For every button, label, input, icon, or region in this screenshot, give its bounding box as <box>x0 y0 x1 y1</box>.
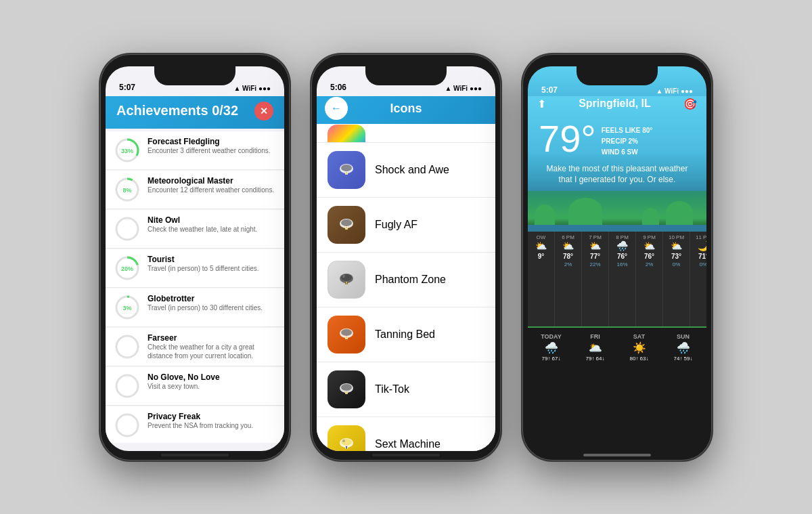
svg-point-40 <box>341 329 352 336</box>
icons-title: Icons <box>390 102 422 116</box>
icon-name: Tik-Tok <box>375 383 409 395</box>
phone-icons: 5:06 ▲ WiFi ●●● ← Icons Shock <box>311 54 501 461</box>
notch-2 <box>365 66 447 85</box>
status-time-2: 5:06 <box>330 83 346 92</box>
svg-text:20%: 20% <box>121 265 133 272</box>
hour-column: 10 PM ⛅ 73° 0% <box>663 232 690 326</box>
svg-point-25 <box>341 165 352 171</box>
svg-point-46 <box>342 385 345 387</box>
home-indicator-3 <box>583 454 651 456</box>
phone-achievements: 5:07 ▲ WiFi ●●● Achievements 0/32 ✕ 33% … <box>100 54 290 461</box>
notch <box>154 66 235 85</box>
svg-point-45 <box>341 384 352 391</box>
achievement-item: Nite Owl Check the weather late, late at… <box>106 210 284 249</box>
app-icon <box>328 370 365 408</box>
icon-list-item[interactable]: Shock and Awe <box>317 143 495 198</box>
app-icon <box>328 206 365 244</box>
achievement-item: 20% Tourist Travel (in person) to 5 diff… <box>106 249 284 288</box>
icon-list-item[interactable]: Sext Machine <box>317 417 495 451</box>
daily-strip: TODAY 🌧️ 79↑ 67↓ FRI 🌥️ 79↑ 64↓ SAT ☀️ 8… <box>528 326 706 367</box>
icon-list-item[interactable]: Tik-Tok <box>317 362 495 417</box>
day-column: TODAY 🌧️ 79↑ 67↓ <box>531 333 572 362</box>
icon-list-item[interactable]: Fugly AF <box>317 198 495 253</box>
svg-text:8%: 8% <box>122 187 131 194</box>
icon-name: Shock and Awe <box>375 164 449 176</box>
svg-text:3%: 3% <box>122 305 131 312</box>
achievements-header: Achievements 0/32 ✕ <box>106 96 284 129</box>
icon-name: Tanning Bed <box>375 328 435 341</box>
svg-point-30 <box>341 219 352 226</box>
icon-list[interactable]: Shock and Awe Fugly AF Phantom Zone <box>317 143 495 451</box>
hour-column: OW ⛅ 9° <box>528 232 555 326</box>
icons-header: ← Icons <box>317 96 495 124</box>
achievement-item: 3% Globetrotter Travel (in person) to 30… <box>106 288 284 327</box>
svg-point-51 <box>342 440 345 442</box>
status-time-3: 5:07 <box>541 85 558 95</box>
icon-name: Fugly AF <box>375 219 418 231</box>
svg-point-31 <box>342 220 345 223</box>
home-indicator-2 <box>372 454 440 456</box>
hour-column: 8 PM 🌧️ 76° 16% <box>609 232 636 326</box>
svg-point-26 <box>342 165 345 168</box>
achievement-item: Privacy Freak Prevent the NSA from track… <box>106 406 284 443</box>
achievement-item: 8% Meteorological Master Encounter 12 di… <box>106 171 284 209</box>
scene: 5:07 ▲ WiFi ●●● Achievements 0/32 ✕ 33% … <box>0 0 812 514</box>
hour-column: 9 PM ⛅ 76° 2% <box>636 232 663 326</box>
svg-point-36 <box>342 275 345 278</box>
weather-details: FEELS LIKE 80° PRECIP 2% WIND 6 SW <box>602 120 653 158</box>
phone-weather: 5:07 ▲ WiFi ●●● ⬆ Springfield, IL 🎯 79° … <box>522 54 712 461</box>
svg-point-50 <box>341 439 352 446</box>
svg-point-35 <box>341 274 352 281</box>
home-indicator-1 <box>161 454 229 456</box>
day-column: FRI 🌥️ 79↑ 64↓ <box>574 333 616 362</box>
weather-header: ⬆ Springfield, IL 🎯 <box>528 96 706 114</box>
svg-point-18 <box>116 414 138 436</box>
weather-message: Make the most of this pleasant weather t… <box>528 158 706 189</box>
day-column: SAT ☀️ 80↑ 63↓ <box>618 333 660 362</box>
app-icon <box>328 151 365 189</box>
target-icon[interactable]: 🎯 <box>683 98 697 110</box>
hour-column: 11 PM 🌙 71° 0% <box>690 232 706 326</box>
icon-list-item[interactable]: Phantom Zone <box>317 253 495 307</box>
app-icon <box>328 261 365 299</box>
weather-top: ⬆ Springfield, IL 🎯 79° FEELS LIKE 80° P… <box>528 96 706 232</box>
hour-column: 7 PM ⛅ 77° 22% <box>582 232 609 326</box>
achievement-item: 33% Forecast Fledgling Encounter 3 diffe… <box>106 131 284 170</box>
day-column: SUN 🌧️ 74↑ 59↓ <box>662 333 704 362</box>
achievements-title: Achievements 0/32 <box>116 103 238 119</box>
back-button[interactable]: ← <box>325 97 348 120</box>
achievement-list[interactable]: 33% Forecast Fledgling Encounter 3 diffe… <box>106 129 284 443</box>
svg-text:33%: 33% <box>121 148 133 154</box>
status-icons-2: ▲ WiFi ●●● <box>445 85 482 92</box>
weather-city: Springfield, IL <box>546 98 683 110</box>
status-icons-3: ▲ WiFi ●●● <box>656 87 693 95</box>
hourly-strip[interactable]: OW ⛅ 9° 6 PM ⛅ 78° 2% 7 PM ⛅ 77° 22% 8 P… <box>528 232 706 326</box>
svg-point-41 <box>342 330 345 333</box>
achievement-item: Farseer Check the weather for a city a g… <box>106 328 284 366</box>
notch-3 <box>577 66 658 85</box>
status-time-1: 5:07 <box>119 83 135 92</box>
svg-point-16 <box>116 375 138 397</box>
app-icon <box>328 316 365 354</box>
temperature: 79° <box>539 120 596 158</box>
achievement-item: No Glove, No Love Visit a sexy town. <box>106 367 284 406</box>
hour-column: 6 PM ⛅ 78° 2% <box>555 232 582 326</box>
svg-point-14 <box>116 336 138 358</box>
share-icon[interactable]: ⬆ <box>537 98 546 110</box>
icon-list-item[interactable]: Tanning Bed <box>317 307 495 362</box>
icon-name: Phantom Zone <box>375 274 446 286</box>
svg-point-6 <box>116 218 138 240</box>
app-icon <box>328 425 365 451</box>
status-icons-1: ▲ WiFi ●●● <box>233 85 271 92</box>
close-button[interactable]: ✕ <box>254 102 273 121</box>
icon-name: Sext Machine <box>375 438 441 450</box>
weather-main: 79° FEELS LIKE 80° PRECIP 2% WIND 6 SW <box>528 114 706 158</box>
